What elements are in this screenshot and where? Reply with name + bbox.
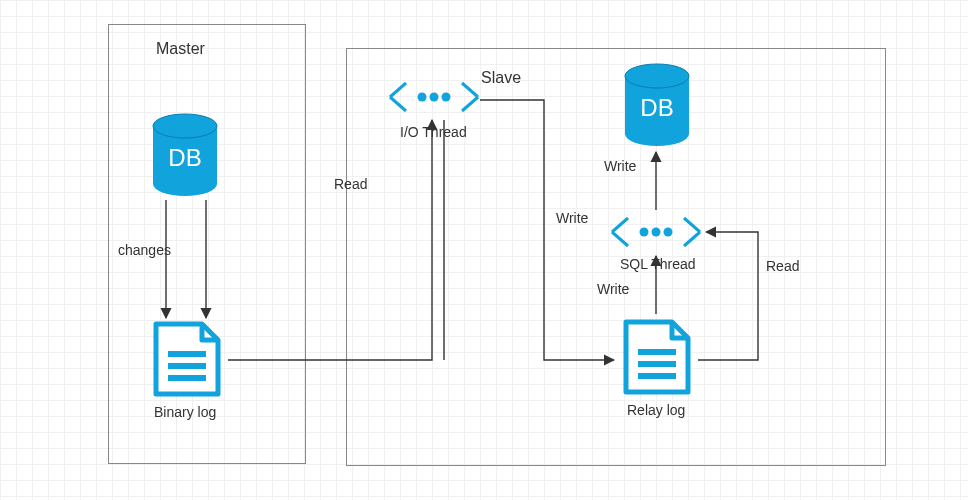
svg-point-9 (430, 93, 439, 102)
svg-text:DB: DB (640, 94, 673, 121)
slave-db-icon: DB (620, 62, 694, 146)
edge-read-relay: Read (766, 258, 799, 274)
svg-point-10 (442, 93, 451, 102)
svg-point-16 (640, 228, 649, 237)
edge-write-relay2: Write (597, 281, 629, 297)
svg-point-13 (625, 122, 689, 146)
sql-thread-label: SQL Thread (620, 256, 696, 272)
edge-read-binlog: Read (334, 176, 367, 192)
sql-thread-icon (610, 214, 702, 250)
relay-log-icon (618, 318, 696, 396)
relay-log-label: Relay log (627, 402, 685, 418)
master-title: Master (156, 40, 205, 58)
svg-point-17 (652, 228, 661, 237)
edge-changes: changes (118, 242, 171, 258)
svg-point-2 (153, 172, 217, 196)
binary-log-label: Binary log (154, 404, 216, 420)
io-thread-label: I/O Thread (400, 124, 467, 140)
edge-write-db: Write (604, 158, 636, 174)
io-thread-icon (388, 79, 480, 115)
master-db-icon: DB (148, 112, 222, 196)
svg-point-8 (418, 93, 427, 102)
slave-title: Slave (481, 69, 521, 87)
svg-text:DB: DB (168, 144, 201, 171)
edge-write-relay: Write (556, 210, 588, 226)
binary-log-icon (148, 320, 226, 398)
svg-point-18 (664, 228, 673, 237)
